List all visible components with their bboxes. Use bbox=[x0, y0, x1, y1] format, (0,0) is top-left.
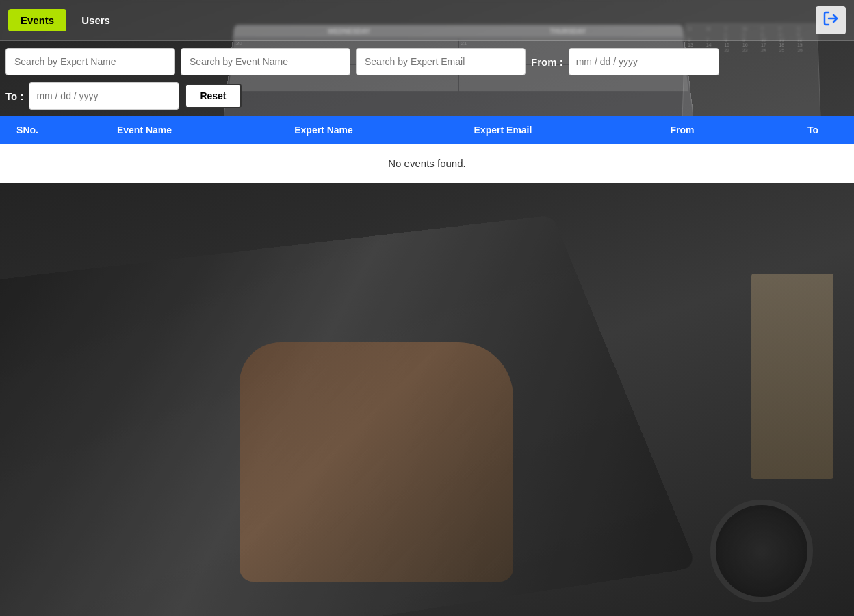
tab-users[interactable]: Users bbox=[69, 9, 122, 31]
nav-tabs: Events Users bbox=[8, 9, 122, 31]
table-header: SNo. Event Name Expert Name Expert Email… bbox=[0, 116, 854, 144]
events-table: SNo. Event Name Expert Name Expert Email… bbox=[0, 116, 854, 183]
filter-row-2: To : Reset bbox=[0, 82, 854, 116]
logout-button[interactable] bbox=[816, 6, 846, 34]
logout-icon bbox=[823, 10, 839, 27]
search-expert-name-input[interactable] bbox=[5, 48, 175, 75]
reset-button[interactable]: Reset bbox=[185, 84, 241, 108]
to-date-input[interactable] bbox=[29, 82, 179, 110]
col-header-expert-name: Expert Name bbox=[234, 116, 413, 144]
col-header-from: From bbox=[593, 116, 772, 144]
filter-row-1: From : bbox=[0, 41, 854, 82]
from-label: From : bbox=[531, 56, 563, 68]
col-header-sno: SNo. bbox=[0, 116, 55, 144]
to-label: To : bbox=[5, 90, 23, 102]
col-header-event-name: Event Name bbox=[55, 116, 234, 144]
from-date-input[interactable] bbox=[569, 48, 719, 75]
navbar: Events Users bbox=[0, 0, 854, 41]
tab-events[interactable]: Events bbox=[8, 9, 66, 31]
search-expert-email-input[interactable] bbox=[356, 48, 526, 75]
col-header-expert-email: Expert Email bbox=[413, 116, 593, 144]
no-events-message: No events found. bbox=[0, 144, 854, 183]
table-body: No events found. bbox=[0, 144, 854, 183]
search-event-name-input[interactable] bbox=[181, 48, 350, 75]
col-header-to: To bbox=[772, 116, 854, 144]
